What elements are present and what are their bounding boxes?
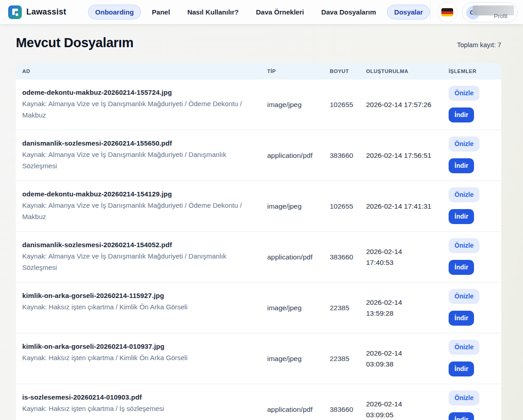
file-name: danismanlik-sozlesmesi-20260214-155650.p… [22, 137, 243, 149]
created-date: 2026-02-14 [366, 202, 404, 210]
file-type: application/pdf [267, 405, 319, 414]
download-button[interactable]: İndir [449, 412, 474, 420]
language-switch-button[interactable] [438, 3, 457, 22]
file-type: application/pdf [267, 253, 319, 261]
preview-button[interactable]: Önizle [449, 137, 479, 151]
file-type: image/jpeg [267, 202, 319, 210]
file-name: odeme-dekontu-makbuz-20260214-154129.jpg [22, 188, 243, 200]
download-button[interactable]: İndir [449, 311, 474, 326]
file-name: danismanlik-sozlesmesi-20260214-154052.p… [22, 239, 243, 250]
file-size: 383660 [330, 253, 355, 261]
file-created-at: 2026-02-1417:57:26 [366, 99, 438, 110]
created-date: 2026-02-14 [366, 101, 404, 108]
table-row: is-sozlesemesi-20260214-010903.pdf Kayna… [16, 384, 501, 420]
brand-name: Lawassist [26, 7, 66, 17]
nav-item-panel[interactable]: Panel [146, 5, 176, 20]
column-header-created: OLUŞTURULMA [360, 63, 442, 79]
main-content: Mevcut Dosyalarım Toplam kayıt: 7 AD TİP… [16, 35, 501, 420]
created-date: 2026-02-14 [366, 348, 438, 359]
brand[interactable]: Lawassist [8, 5, 66, 19]
table-row: danismanlik-sozlesmesi-20260214-154052.p… [16, 231, 501, 282]
created-date: 2026-02-14 [366, 151, 404, 159]
nav-divider [430, 5, 430, 20]
nav-item-dosyalar[interactable]: Dosyalar [387, 5, 430, 20]
file-name: is-sozlesemesi-20260214-010903.pdf [22, 391, 243, 403]
column-header-size: BOYUT [323, 63, 360, 79]
file-size: 102655 [330, 101, 355, 109]
nav-item-onboarding[interactable]: Onboarding [88, 5, 141, 20]
preview-button[interactable]: Önizle [449, 391, 479, 405]
file-size: 102655 [330, 202, 355, 210]
file-source: Kaynak: Almanya Vize ve İş Danışmanlık M… [22, 200, 243, 222]
file-created-at: 2026-02-1417:40:53 [366, 246, 438, 268]
preview-button[interactable]: Önizle [449, 289, 479, 304]
profile-button[interactable]: Ca Profil [462, 2, 518, 22]
preview-button[interactable]: Önizle [449, 86, 479, 101]
file-source: Kaynak: Almanya Vize ve İş Danışmanlık M… [22, 149, 243, 171]
file-source: Kaynak: Haksız işten çıkartma / Kimlik Ö… [22, 352, 243, 363]
table-row: danismanlik-sozlesmesi-20260214-155650.p… [16, 130, 501, 181]
german-flag-icon [441, 8, 453, 16]
lawassist-logo-icon [8, 5, 22, 19]
created-date: 2026-02-14 [366, 399, 438, 410]
file-source: Kaynak: Almanya Vize ve İş Danışmanlık M… [22, 98, 243, 121]
topbar-right: Ca Profil [430, 2, 518, 22]
created-date: 2026-02-14 [366, 246, 438, 257]
created-time: 17:57:26 [404, 101, 431, 108]
total-records-label: Toplam kayıt: 7 [457, 41, 501, 50]
download-button[interactable]: İndir [449, 209, 474, 224]
column-header-actions: İŞLEMLER [442, 63, 501, 79]
file-created-at: 2026-02-1413:59:28 [366, 297, 438, 319]
page-title: Mevcut Dosyalarım [16, 35, 133, 50]
nav-item-dava-rnekleri[interactable]: Dava Örnekleri [249, 5, 310, 20]
file-name: kimlik-on-arka-gorseli-20260214-115927.j… [22, 290, 243, 301]
file-created-at: 2026-02-1403:09:38 [366, 348, 438, 370]
download-button[interactable]: İndir [449, 260, 474, 275]
preview-button[interactable]: Önizle [449, 238, 479, 253]
table-row: kimlik-on-arka-gorseli-20260214-115927.j… [16, 282, 501, 333]
top-navigation-bar: Lawassist OnboardingPanelNasıl Kullanılı… [0, 0, 523, 24]
file-size: 22385 [330, 355, 355, 363]
file-type: image/jpeg [267, 355, 319, 363]
nav-item-dava-dosyalar-m[interactable]: Dava Dosyalarım [315, 5, 382, 20]
download-button[interactable]: İndir [449, 158, 474, 173]
table-header-row: AD TİP BOYUT OLUŞTURULMA İŞLEMLER [16, 63, 501, 79]
preview-button[interactable]: Önizle [449, 187, 479, 202]
file-type: image/jpeg [267, 304, 319, 312]
profile-label: Profil [494, 13, 508, 20]
created-time: 17:41:31 [404, 202, 431, 210]
file-created-at: 2026-02-1417:41:31 [366, 201, 438, 212]
file-size: 22385 [330, 304, 355, 312]
download-button[interactable]: İndir [449, 361, 474, 376]
table-row: odeme-dekontu-makbuz-20260214-155724.jpg… [16, 79, 501, 130]
file-source: Kaynak: Haksız işten çıkartma / İş sözle… [22, 403, 243, 414]
table-row: kimlik-on-arka-gorseli-20260214-010937.j… [16, 333, 501, 384]
file-name: kimlik-on-arka-gorseli-20260214-010937.j… [22, 341, 243, 352]
nav-item-nas-l-kullan-l-r[interactable]: Nasıl Kullanılır? [181, 5, 245, 20]
created-time: 03:09:05 [366, 410, 438, 420]
file-created-at: 2026-02-1403:09:05 [366, 399, 438, 420]
preview-button[interactable]: Önizle [449, 340, 479, 355]
file-size: 383660 [330, 405, 355, 414]
file-name: odeme-dekontu-makbuz-20260214-155724.jpg [22, 87, 243, 98]
created-time: 17:40:53 [366, 257, 438, 268]
table-body: odeme-dekontu-makbuz-20260214-155724.jpg… [16, 79, 501, 420]
file-source: Kaynak: Almanya Vize ve İş Danışmanlık M… [22, 250, 243, 273]
file-type: image/jpeg [267, 101, 319, 109]
download-button[interactable]: İndir [449, 107, 474, 122]
main-nav: OnboardingPanelNasıl Kullanılır?Dava Örn… [88, 5, 430, 20]
table-row: odeme-dekontu-makbuz-20260214-154129.jpg… [16, 181, 501, 231]
created-date: 2026-02-14 [366, 297, 438, 308]
files-table: AD TİP BOYUT OLUŞTURULMA İŞLEMLER odeme-… [16, 63, 501, 420]
created-time: 17:56:51 [404, 151, 431, 159]
column-header-type: TİP [261, 63, 323, 79]
created-time: 13:59:28 [366, 308, 438, 319]
file-size: 383660 [330, 151, 355, 160]
column-header-name: AD [16, 63, 261, 79]
file-source: Kaynak: Haksız işten çıkartma / Kimlik Ö… [22, 301, 243, 313]
file-created-at: 2026-02-1417:56:51 [366, 150, 438, 161]
created-time: 03:09:38 [366, 359, 438, 370]
file-type: application/pdf [267, 151, 319, 160]
